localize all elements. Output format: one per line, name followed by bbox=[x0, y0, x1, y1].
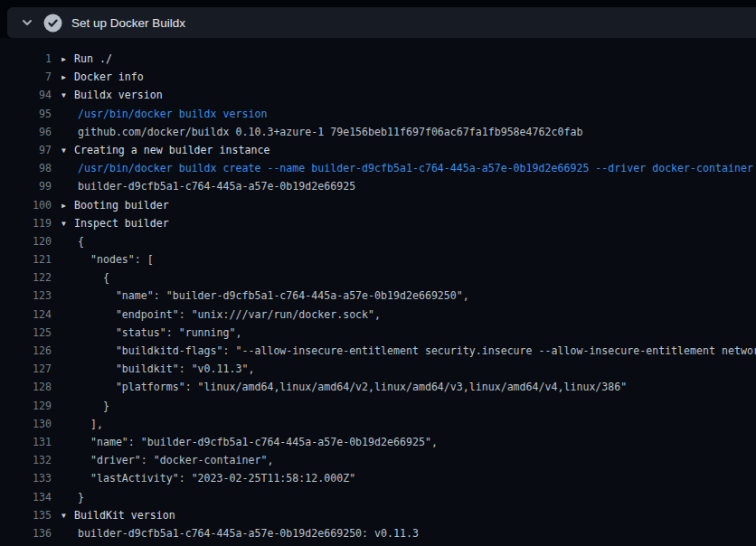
line-content: "platforms": "linux/amd64,linux/amd64/v2… bbox=[61, 378, 756, 396]
line-text: { bbox=[78, 235, 84, 248]
log-group-toggle[interactable]: ▼Buildx version bbox=[61, 86, 756, 104]
log-line: 127 "buildkit": "v0.11.3", bbox=[0, 360, 756, 378]
log-group-toggle[interactable]: ▼BuildKit version bbox=[61, 506, 756, 524]
line-number[interactable]: 135 bbox=[15, 506, 52, 524]
line-content: builder-d9cfb5a1-c764-445a-a57e-0b19d2e6… bbox=[61, 524, 756, 542]
line-number[interactable]: 97 bbox=[15, 141, 52, 159]
log-line: 129 } bbox=[0, 397, 756, 415]
line-number[interactable]: 136 bbox=[15, 524, 52, 542]
log-line: 125 "status": "running", bbox=[0, 324, 756, 342]
line-text: "name": "builder-d9cfb5a1-c764-445a-a57e… bbox=[78, 436, 438, 448]
log-line: 94 ▼Buildx version bbox=[0, 86, 756, 104]
line-text: /usr/bin/docker buildx version bbox=[78, 108, 267, 120]
line-number[interactable]: 128 bbox=[15, 378, 52, 396]
log-line: 120 { bbox=[0, 232, 756, 250]
line-text: "buildkit": "v0.11.3", bbox=[78, 362, 254, 375]
step-title: Set up Docker Buildx bbox=[71, 16, 185, 30]
line-text: Inspect builder bbox=[74, 217, 169, 230]
line-text: } bbox=[78, 400, 109, 412]
line-content: github.com/docker/buildx 0.10.3+azure-1 … bbox=[61, 123, 756, 141]
log-line: 122 { bbox=[0, 268, 756, 287]
line-number[interactable]: 7 bbox=[15, 68, 52, 86]
line-text: BuildKit version bbox=[74, 509, 175, 522]
line-number[interactable]: 120 bbox=[15, 232, 52, 250]
check-circle-icon bbox=[43, 14, 62, 33]
log-line: 123 "name": "builder-d9cfb5a1-c764-445a-… bbox=[0, 287, 756, 305]
line-text: /usr/bin/docker buildx create --name bui… bbox=[78, 162, 753, 174]
log-line: 95 /usr/bin/docker buildx version bbox=[0, 105, 756, 123]
log-line: 121 "nodes": [ bbox=[0, 250, 756, 268]
log-line: 119 ▼Inspect builder bbox=[0, 214, 756, 232]
line-number[interactable]: 127 bbox=[15, 360, 52, 378]
line-content: "buildkitd-flags": "--allow-insecure-ent… bbox=[61, 342, 756, 360]
line-number[interactable]: 122 bbox=[15, 268, 52, 287]
log-group-toggle[interactable]: ▼Creating a new builder instance bbox=[61, 141, 756, 159]
line-number[interactable]: 123 bbox=[15, 287, 52, 305]
line-number[interactable]: 96 bbox=[15, 123, 52, 141]
step-header[interactable]: Set up Docker Buildx bbox=[7, 7, 756, 38]
group-toggle-icon: ▼ bbox=[61, 142, 74, 159]
line-number[interactable]: 129 bbox=[15, 397, 52, 415]
line-content: "endpoint": "unix:///var/run/docker.sock… bbox=[61, 306, 756, 324]
line-number[interactable]: 94 bbox=[15, 86, 52, 104]
line-number[interactable]: 1 bbox=[15, 50, 52, 68]
log-line: 133 "lastActivity": "2023-02-25T11:58:12… bbox=[0, 469, 756, 487]
line-text: "name": "builder-d9cfb5a1-c764-445a-a57e… bbox=[78, 289, 469, 302]
line-text: Creating a new builder instance bbox=[74, 144, 269, 156]
line-text: Docker info bbox=[74, 71, 144, 83]
log-line: 128 "platforms": "linux/amd64,linux/amd6… bbox=[0, 378, 756, 396]
line-content: { bbox=[61, 268, 756, 287]
line-number[interactable]: 133 bbox=[15, 469, 52, 487]
log-group-toggle[interactable]: ▶Docker info bbox=[61, 68, 756, 86]
line-text: } bbox=[78, 491, 84, 504]
log-line: 126 "buildkitd-flags": "--allow-insecure… bbox=[0, 342, 756, 360]
line-content: } bbox=[61, 397, 756, 415]
line-number[interactable]: 131 bbox=[15, 433, 52, 451]
line-content: "buildkit": "v0.11.3", bbox=[61, 360, 756, 378]
line-text: Buildx version bbox=[74, 89, 163, 101]
log-line: 130 ], bbox=[0, 415, 756, 433]
line-number[interactable]: 95 bbox=[15, 105, 52, 123]
line-number[interactable]: 125 bbox=[15, 324, 52, 342]
line-content: builder-d9cfb5a1-c764-445a-a57e-0b19d2e6… bbox=[61, 177, 756, 195]
log-line: 135 ▼BuildKit version bbox=[0, 506, 756, 524]
log-line: 1 ▶Run ./ bbox=[0, 50, 756, 68]
log-line: 97 ▼Creating a new builder instance bbox=[0, 141, 756, 159]
log-group-toggle[interactable]: ▼Inspect builder bbox=[61, 214, 756, 232]
log-line: 132 "driver": "docker-container", bbox=[0, 451, 756, 469]
line-number[interactable]: 121 bbox=[15, 250, 52, 268]
group-toggle-icon: ▶ bbox=[61, 197, 74, 214]
line-text: { bbox=[78, 271, 109, 284]
log-line: 124 "endpoint": "unix:///var/run/docker.… bbox=[0, 306, 756, 324]
log-line: 134 } bbox=[0, 488, 756, 506]
line-content: "driver": "docker-container", bbox=[61, 451, 756, 469]
line-number[interactable]: 99 bbox=[15, 177, 52, 195]
log-lines: 1 ▶Run ./ 7 ▶Docker info 94 ▼Buildx vers… bbox=[0, 50, 756, 542]
line-number[interactable]: 124 bbox=[15, 306, 52, 324]
log-line: 98 /usr/bin/docker buildx create --name … bbox=[0, 159, 756, 177]
line-content: { bbox=[61, 232, 756, 250]
line-number[interactable]: 126 bbox=[15, 342, 52, 360]
log-group-toggle[interactable]: ▶Run ./ bbox=[61, 50, 756, 68]
line-number[interactable]: 119 bbox=[15, 214, 52, 232]
group-toggle-icon: ▼ bbox=[61, 215, 74, 232]
line-number[interactable]: 98 bbox=[15, 159, 52, 177]
line-text: "buildkitd-flags": "--allow-insecure-ent… bbox=[78, 344, 756, 357]
line-content: "name": "builder-d9cfb5a1-c764-445a-a57e… bbox=[61, 433, 756, 451]
line-text: github.com/docker/buildx 0.10.3+azure-1 … bbox=[78, 126, 582, 138]
line-content: "nodes": [ bbox=[61, 250, 756, 268]
line-number[interactable]: 130 bbox=[15, 415, 52, 433]
group-toggle-icon: ▼ bbox=[61, 507, 74, 524]
log-line: 99 builder-d9cfb5a1-c764-445a-a57e-0b19d… bbox=[0, 177, 756, 195]
line-number[interactable]: 132 bbox=[15, 451, 52, 469]
log-group-toggle[interactable]: ▶Booting builder bbox=[61, 196, 756, 214]
line-number[interactable]: 100 bbox=[15, 196, 52, 214]
line-content: "status": "running", bbox=[61, 324, 756, 342]
line-number[interactable]: 134 bbox=[15, 488, 52, 506]
line-text: "endpoint": "unix:///var/run/docker.sock… bbox=[78, 308, 381, 321]
line-content: "name": "builder-d9cfb5a1-c764-445a-a57e… bbox=[61, 287, 756, 305]
group-toggle-icon: ▶ bbox=[61, 69, 74, 86]
group-toggle-icon: ▼ bbox=[61, 87, 74, 104]
line-content: } bbox=[61, 488, 756, 506]
line-text: "platforms": "linux/amd64,linux/amd64/v2… bbox=[78, 381, 627, 393]
